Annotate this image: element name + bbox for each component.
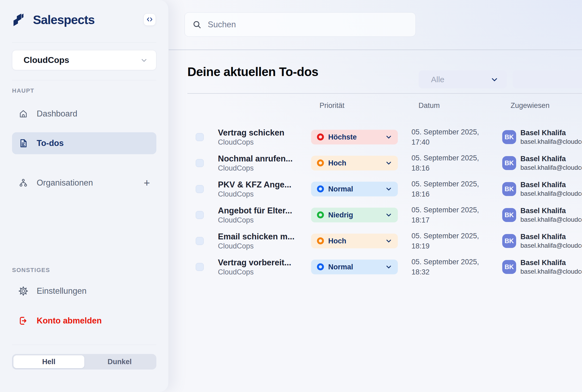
todo-subtitle: CloudCops bbox=[218, 189, 306, 198]
todo-subtitle: CloudCops bbox=[218, 137, 306, 146]
theme-toggle: Hell Dunkel bbox=[12, 354, 156, 370]
date-line-1: 05. September 2025, bbox=[411, 231, 492, 241]
assignee-email: basel.khalifa@cloudco bbox=[520, 241, 582, 250]
sidebar-item-label: Organisationen bbox=[37, 178, 93, 188]
filter-all-label: Alle bbox=[431, 75, 490, 84]
todo-row[interactable]: Vertrag vorbereit... CloudCops Normal 05… bbox=[169, 254, 582, 280]
todo-checkbox[interactable] bbox=[196, 159, 204, 167]
divider bbox=[12, 42, 156, 43]
date-line-2: 18:16 bbox=[411, 189, 492, 199]
todo-title: Angebot für Elter... bbox=[218, 205, 306, 215]
date-line-2: 18:16 bbox=[411, 163, 492, 173]
add-organisation-button[interactable]: + bbox=[144, 178, 150, 188]
assignee-avatar: BK bbox=[502, 130, 516, 144]
priority-label: Hoch bbox=[328, 159, 385, 167]
sidebar-item-label: Dashboard bbox=[37, 109, 77, 119]
table-header: Priorität Datum Zugewiesen bbox=[169, 101, 582, 112]
todo-subtitle: CloudCops bbox=[218, 215, 306, 224]
filter-all-dropdown[interactable]: Alle bbox=[419, 70, 507, 88]
todo-date: 05. September 2025, 17:40 bbox=[411, 127, 492, 147]
sidebar-collapse-button[interactable] bbox=[143, 13, 156, 26]
priority-ring-icon bbox=[317, 238, 324, 244]
priority-pill[interactable]: Hoch bbox=[311, 233, 398, 248]
filter-secondary-dropdown[interactable] bbox=[513, 70, 582, 88]
todo-rows: Vertrag schicken CloudCops Höchste 05. S… bbox=[169, 124, 582, 280]
date-line-2: 17:40 bbox=[411, 137, 492, 147]
brand-name: Salespects bbox=[33, 13, 95, 27]
sidebar-item-organisations[interactable]: Organisationen + bbox=[12, 175, 156, 191]
workspace-selector[interactable]: CloudCops bbox=[12, 50, 156, 70]
todo-row[interactable]: PKV & KFZ Ange... CloudCops Normal 05. S… bbox=[169, 176, 582, 202]
code-chevrons-icon bbox=[146, 16, 153, 23]
search-input[interactable] bbox=[208, 20, 408, 29]
todo-task-cell: Email schicken m... CloudCops bbox=[218, 231, 306, 250]
todo-subtitle: CloudCops bbox=[218, 163, 306, 172]
priority-pill[interactable]: Normal bbox=[311, 182, 398, 196]
todo-task-cell: Vertrag vorbereit... CloudCops bbox=[218, 257, 306, 276]
search-box bbox=[184, 12, 416, 37]
theme-dark-button[interactable]: Dunkel bbox=[84, 355, 155, 368]
assignee-name: Basel Khalifa bbox=[520, 258, 582, 267]
brand: Salespects bbox=[12, 11, 95, 29]
todo-checkbox[interactable] bbox=[196, 185, 204, 193]
salespects-logo-icon bbox=[12, 11, 30, 29]
home-icon bbox=[18, 109, 29, 119]
main-area: Deine aktuellen To-dos Alle Priorität Da… bbox=[169, 0, 582, 392]
sidebar-item-logout[interactable]: Konto abmelden bbox=[12, 312, 156, 329]
chevron-down-icon bbox=[385, 133, 392, 141]
sidebar-item-settings[interactable]: Einstellungen bbox=[12, 283, 156, 299]
assignee-cell: Basel Khalifa basel.khalifa@cloudco bbox=[520, 258, 582, 276]
assignee-email: basel.khalifa@cloudco bbox=[520, 163, 582, 172]
chevron-down-icon bbox=[385, 237, 392, 245]
todo-row[interactable]: Vertrag schicken CloudCops Höchste 05. S… bbox=[169, 124, 582, 150]
theme-light-button[interactable]: Hell bbox=[13, 355, 84, 368]
date-line-2: 18:17 bbox=[411, 215, 492, 225]
divider bbox=[187, 93, 582, 94]
date-line-2: 18:19 bbox=[411, 241, 492, 251]
priority-pill[interactable]: Hoch bbox=[311, 156, 398, 170]
todo-title: Email schicken m... bbox=[218, 231, 306, 241]
document-icon bbox=[18, 138, 29, 148]
priority-ring-icon bbox=[317, 212, 324, 218]
sidebar-item-label: Konto abmelden bbox=[37, 316, 102, 326]
workspace-name: CloudCops bbox=[24, 55, 140, 65]
todo-subtitle: CloudCops bbox=[218, 241, 306, 250]
topbar bbox=[169, 0, 582, 50]
sidebar-item-label: To-dos bbox=[37, 138, 64, 148]
sidebar: Salespects CloudCops HAUPT Dashboa bbox=[0, 0, 169, 392]
content: Deine aktuellen To-dos Alle Priorität Da… bbox=[169, 51, 582, 392]
assignee-name: Basel Khalifa bbox=[520, 206, 582, 215]
date-line-1: 05. September 2025, bbox=[411, 205, 492, 215]
assignee-name: Basel Khalifa bbox=[520, 129, 582, 137]
priority-pill[interactable]: Normal bbox=[311, 259, 398, 274]
todo-title: Vertrag vorbereit... bbox=[218, 257, 306, 267]
todo-task-cell: Angebot für Elter... CloudCops bbox=[218, 205, 306, 224]
priority-pill[interactable]: Höchste bbox=[311, 130, 398, 144]
todo-checkbox[interactable] bbox=[196, 133, 204, 141]
date-line-1: 05. September 2025, bbox=[411, 179, 492, 189]
todo-checkbox[interactable] bbox=[196, 263, 204, 271]
todo-row[interactable]: Nochmal anrufen... CloudCops Hoch 05. Se… bbox=[169, 150, 582, 176]
todo-title: Nochmal anrufen... bbox=[218, 153, 306, 163]
todo-task-cell: Vertrag schicken CloudCops bbox=[218, 127, 306, 146]
todo-row[interactable]: Email schicken m... CloudCops Hoch 05. S… bbox=[169, 228, 582, 254]
sidebar-item-dashboard[interactable]: Dashboard bbox=[12, 105, 156, 122]
divider bbox=[12, 345, 156, 345]
assignee-email: basel.khalifa@cloudco bbox=[520, 215, 582, 224]
assignee-email: basel.khalifa@cloudco bbox=[520, 137, 582, 146]
todo-date: 05. September 2025, 18:16 bbox=[411, 153, 492, 173]
todo-checkbox[interactable] bbox=[196, 237, 204, 245]
assignee-name: Basel Khalifa bbox=[520, 232, 582, 241]
todo-row[interactable]: Angebot für Elter... CloudCops Niedrig 0… bbox=[169, 202, 582, 228]
todo-title: PKV & KFZ Ange... bbox=[218, 179, 306, 189]
date-line-1: 05. September 2025, bbox=[411, 153, 492, 163]
sidebar-item-todos[interactable]: To-dos bbox=[12, 132, 156, 154]
todo-title: Vertrag schicken bbox=[218, 127, 306, 137]
assignee-cell: Basel Khalifa basel.khalifa@cloudco bbox=[520, 154, 582, 172]
priority-pill[interactable]: Niedrig bbox=[311, 208, 398, 222]
todo-checkbox[interactable] bbox=[196, 211, 204, 219]
todo-task-cell: Nochmal anrufen... CloudCops bbox=[218, 153, 306, 172]
assignee-cell: Basel Khalifa basel.khalifa@cloudco bbox=[520, 206, 582, 224]
assignee-cell: Basel Khalifa basel.khalifa@cloudco bbox=[520, 232, 582, 250]
chevron-down-icon bbox=[140, 56, 148, 64]
